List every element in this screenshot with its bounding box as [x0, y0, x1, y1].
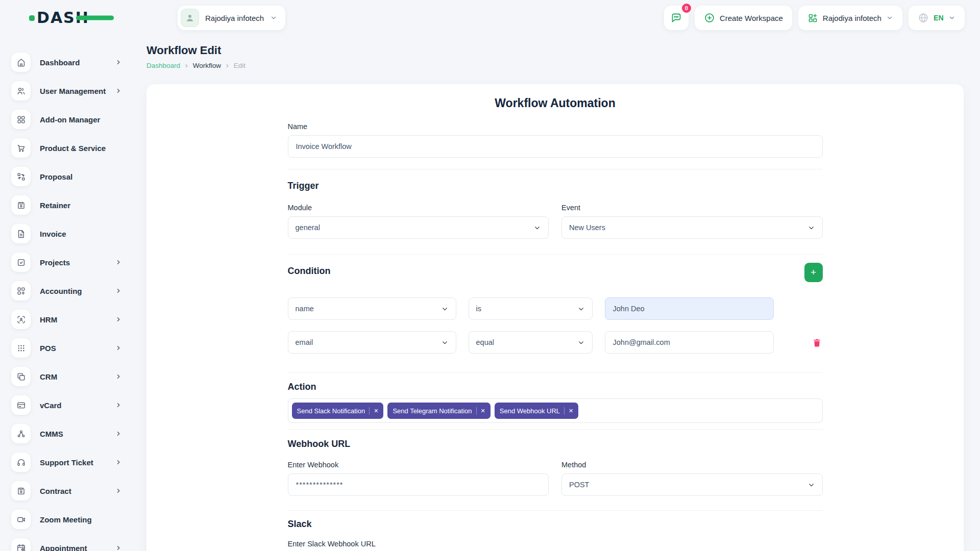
document-icon: [11, 224, 31, 243]
sidebar-item-invoice[interactable]: Invoice: [11, 219, 143, 248]
remove-tag-button[interactable]: ✕: [374, 408, 378, 414]
sidebar-item-retainer[interactable]: Retainer: [11, 191, 143, 219]
create-workspace-button[interactable]: Create Workspace: [695, 6, 792, 30]
chevron-right-icon: [115, 488, 121, 494]
remove-tag-button[interactable]: ✕: [569, 408, 573, 414]
breadcrumb: Dashboard › Workflow › Edit: [146, 61, 964, 69]
chevron-right-icon: [115, 545, 121, 551]
add-condition-button[interactable]: +: [804, 263, 823, 282]
breadcrumb-dashboard-link[interactable]: Dashboard: [146, 62, 180, 69]
chevron-right-icon: [115, 59, 121, 65]
sidebar-item-proposal[interactable]: Proposal: [11, 162, 143, 191]
plus-circle-icon: [704, 12, 715, 23]
chevron-down-icon: [441, 339, 449, 346]
language-code: EN: [934, 14, 944, 22]
workspace-avatar: [181, 9, 199, 27]
sidebar-item-pos[interactable]: POS: [11, 334, 143, 362]
action-multiselect[interactable]: Send Slack Notification ✕ Send Telegram …: [288, 398, 823, 423]
chevron-down-icon: [270, 14, 277, 21]
condition-value-input[interactable]: [605, 331, 774, 354]
save-icon: [11, 481, 31, 500]
save-icon: [11, 195, 31, 215]
breadcrumb-separator: ›: [226, 61, 229, 69]
headset-icon: [11, 453, 31, 472]
sidebar-item-projects[interactable]: Projects: [11, 248, 143, 277]
nodes-icon: [11, 424, 31, 443]
sidebar: Dashboard User Management Add-on Manager…: [0, 36, 143, 551]
workspace-selector[interactable]: Rajodiya infotech: [178, 6, 285, 30]
sidebar-item-contract[interactable]: Contract: [11, 477, 143, 505]
grid-plus-icon: [807, 13, 818, 23]
main-content: Workflow Edit Dashboard › Workflow › Edi…: [146, 36, 964, 551]
condition-operator-select[interactable]: equal: [469, 331, 593, 354]
credit-card-icon: [11, 395, 31, 415]
action-tag: Send Webhook URL ✕: [495, 403, 579, 419]
condition-field-select[interactable]: email: [288, 331, 456, 354]
chevron-right-icon: [115, 316, 121, 322]
chevron-down-icon: [807, 481, 815, 489]
sidebar-item-zoom-meeting[interactable]: Zoom Meeting: [11, 505, 143, 534]
chevron-down-icon: [807, 224, 815, 232]
sidebar-item-hrm[interactable]: HRM: [11, 305, 143, 334]
logo[interactable]: DASH: [0, 10, 143, 26]
divider: [288, 510, 823, 511]
sidebar-item-accounting[interactable]: Accounting: [11, 277, 143, 305]
logo-dash-icon: [76, 16, 114, 20]
sidebar-item-cmms[interactable]: CMMS: [11, 419, 143, 448]
form-heading: Workflow Automation: [288, 96, 823, 110]
video-camera-icon: [11, 510, 31, 529]
sidebar-item-dashboard[interactable]: Dashboard: [11, 48, 143, 77]
method-label: Method: [561, 461, 823, 469]
sidebar-item-vcard[interactable]: vCard: [11, 391, 143, 419]
delete-condition-button[interactable]: [812, 338, 822, 347]
chevron-down-icon: [533, 224, 541, 232]
condition-operator-select[interactable]: is: [469, 297, 593, 320]
chevron-right-icon: [115, 345, 121, 351]
sidebar-item-user-management[interactable]: User Management: [11, 77, 143, 105]
sidebar-item-addon-manager[interactable]: Add-on Manager: [11, 105, 143, 134]
messages-button[interactable]: 0: [664, 6, 689, 30]
check-square-icon: [11, 253, 31, 272]
module-select[interactable]: general: [288, 216, 549, 239]
divider: [288, 372, 823, 372]
condition-value-input[interactable]: [605, 297, 774, 320]
event-select[interactable]: New Users: [561, 216, 823, 239]
account-name: Rajodiya infotech: [823, 14, 881, 22]
chevron-down-icon: [886, 14, 893, 21]
cart-icon: [11, 138, 31, 158]
sidebar-item-product-service[interactable]: Product & Service: [11, 134, 143, 162]
chevron-down-icon: [441, 305, 449, 313]
chevron-right-icon: [115, 259, 121, 265]
chevron-right-icon: [115, 288, 121, 294]
globe-icon: [918, 12, 929, 23]
language-selector[interactable]: EN: [909, 6, 965, 30]
chevron-down-icon: [948, 14, 955, 21]
condition-field-select[interactable]: name: [288, 297, 456, 320]
name-input[interactable]: [288, 135, 823, 158]
enter-webhook-label: Enter Webhook: [288, 461, 549, 469]
topbar: DASH Rajodiya infotech 0 Create Workspac…: [0, 0, 980, 36]
trash-icon: [812, 338, 822, 347]
chat-icon: [670, 12, 682, 24]
logo-dot-icon: [29, 15, 35, 21]
method-select[interactable]: POST: [561, 473, 823, 496]
chevron-right-icon: [115, 431, 121, 437]
action-tag: Send Slack Notification ✕: [292, 403, 384, 419]
grid-plus-icon: [11, 281, 31, 300]
chevron-down-icon: [577, 339, 585, 346]
messages-count-badge: 0: [681, 3, 692, 14]
chevron-right-icon: [115, 88, 121, 94]
sidebar-item-appointment[interactable]: Appointment: [11, 534, 143, 551]
webhook-input[interactable]: [288, 473, 549, 496]
divider: [288, 169, 823, 169]
divider: [288, 429, 823, 430]
action-tag: Send Telegram Notification ✕: [387, 403, 490, 419]
chevron-right-icon: [115, 402, 121, 408]
sidebar-item-crm[interactable]: CRM: [11, 362, 143, 391]
account-menu-button[interactable]: Rajodiya infotech: [798, 6, 902, 30]
remove-tag-button[interactable]: ✕: [481, 408, 485, 414]
breadcrumb-workflow[interactable]: Workflow: [193, 62, 221, 69]
module-label: Module: [288, 204, 549, 212]
condition-heading: Condition: [288, 266, 331, 277]
sidebar-item-support-ticket[interactable]: Support Ticket: [11, 448, 143, 477]
